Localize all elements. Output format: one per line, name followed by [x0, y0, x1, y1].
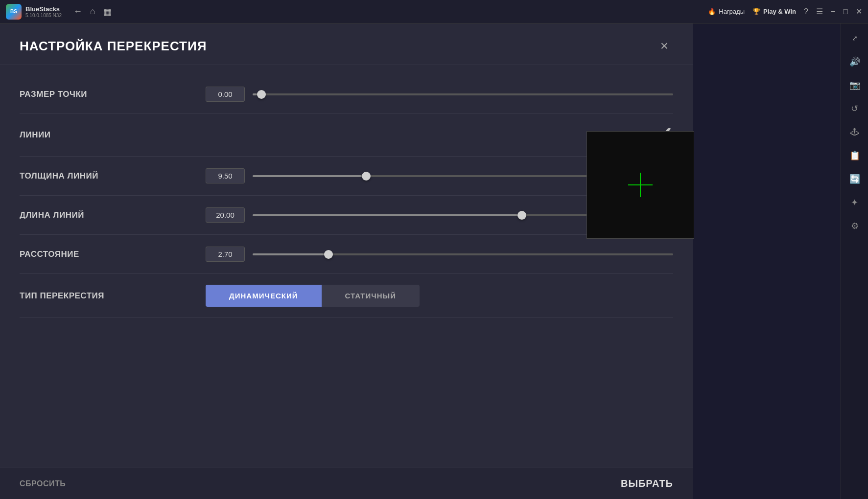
line-length-value: 20.00 [206, 207, 245, 223]
close-window-button[interactable]: ✕ [856, 7, 862, 16]
dialog-footer: СБРОСИТЬ ВЫБРАТЬ [0, 468, 693, 499]
fire-icon: 🔥 [708, 8, 716, 15]
crosshair-preview-panel [586, 131, 694, 239]
top-bar-center: 🔥 Награды 🏆 Play & Win ? ☰ [708, 7, 823, 16]
type-buttons: ДИНАМИЧЕСКИЙ СТАТИЧНЫЙ [206, 285, 420, 307]
app-name: BlueStacks [25, 5, 62, 13]
distance-value: 2.70 [206, 247, 245, 262]
sidebar-star-icon[interactable]: ✦ [844, 192, 866, 213]
line-length-label: ДЛИНА ЛИНИЙ [20, 210, 206, 220]
trophy-icon: 🏆 [752, 8, 760, 15]
distance-label: РАССТОЯНИЕ [20, 250, 206, 259]
line-thickness-row: ТОЛЩИНА ЛИНИЙ 9.50 [20, 157, 673, 196]
sidebar-clipboard-icon[interactable]: 📋 [844, 145, 866, 166]
select-button[interactable]: ВЫБРАТЬ [621, 478, 673, 489]
crosshair-type-label: ТИП ПЕРЕКРЕСТИЯ [20, 291, 206, 301]
dot-size-value: 0.00 [206, 87, 245, 102]
sidebar-rotate-icon[interactable]: ↺ [844, 98, 866, 119]
sidebar-settings-icon[interactable]: ⚙ [844, 215, 866, 237]
maximize-button[interactable]: □ [843, 7, 848, 16]
crosshair-vertical-line [640, 173, 641, 197]
distance-slider[interactable] [253, 253, 673, 255]
window-controls: − □ ✕ [831, 7, 862, 16]
dot-size-control: 0.00 [206, 87, 673, 102]
windows-icon[interactable]: ▦ [103, 6, 112, 17]
dialog-content: РАЗМЕР ТОЧКИ 0.00 ЛИНИИ ✓ ТОЛЩИНА ЛИ [0, 65, 693, 468]
dialog-header: НАСТРОЙКА ПЕРЕКРЕСТИЯ × [0, 23, 693, 65]
top-bar: BS BlueStacks 5.10.0.1085 N32 ← ⌂ ▦ 🔥 На… [0, 0, 868, 23]
bluestacks-logo: BS [6, 4, 22, 20]
rewards-button[interactable]: 🔥 Награды [708, 8, 745, 15]
dot-size-label: РАЗМЕР ТОЧКИ [20, 90, 206, 99]
back-icon[interactable]: ← [73, 6, 82, 17]
main-area: НАСТРОЙКА ПЕРЕКРЕСТИЯ × РАЗМЕР ТОЧКИ 0.0… [0, 23, 868, 499]
play-win-label: Play & Win [763, 8, 796, 15]
distance-control: 2.70 [206, 247, 673, 262]
dot-size-row: РАЗМЕР ТОЧКИ 0.00 [20, 75, 673, 114]
crosshair-type-control: ДИНАМИЧЕСКИЙ СТАТИЧНЫЙ [206, 285, 673, 307]
sidebar-gamepad-icon[interactable]: 🕹 [844, 121, 866, 143]
dialog-title: НАСТРОЙКА ПЕРЕКРЕСТИЯ [20, 39, 207, 54]
home-icon[interactable]: ⌂ [90, 6, 95, 17]
line-length-row: ДЛИНА ЛИНИЙ 20.00 [20, 196, 673, 235]
minimize-button[interactable]: − [831, 7, 835, 16]
top-bar-left: BS BlueStacks 5.10.0.1085 N32 ← ⌂ ▦ [6, 4, 708, 20]
right-sidebar: ⤢ 🔊 📷 ↺ 🕹 📋 🔄 ✦ ⚙ [841, 23, 868, 499]
rewards-label: Награды [719, 8, 745, 15]
crosshair-dialog: НАСТРОЙКА ПЕРЕКРЕСТИЯ × РАЗМЕР ТОЧКИ 0.0… [0, 23, 693, 499]
help-button[interactable]: ? [804, 7, 808, 16]
line-thickness-label: ТОЛЩИНА ЛИНИЙ [20, 171, 206, 181]
lines-row: ЛИНИИ ✓ [20, 114, 673, 157]
distance-row: РАССТОЯНИЕ 2.70 [20, 235, 673, 274]
line-thickness-value: 9.50 [206, 168, 245, 183]
static-type-button[interactable]: СТАТИЧНЫЙ [322, 285, 420, 307]
sidebar-expand-icon[interactable]: ⤢ [844, 27, 866, 49]
reset-button[interactable]: СБРОСИТЬ [20, 479, 66, 488]
sidebar-refresh-icon[interactable]: 🔄 [844, 168, 866, 190]
sidebar-camera-icon[interactable]: 📷 [844, 74, 866, 96]
dot-size-slider[interactable] [253, 93, 673, 95]
app-version: 5.10.0.1085 N32 [25, 13, 62, 18]
play-win-button[interactable]: 🏆 Play & Win [752, 8, 796, 15]
crosshair-type-row: ТИП ПЕРЕКРЕСТИЯ ДИНАМИЧЕСКИЙ СТАТИЧНЫЙ [20, 274, 673, 318]
sidebar-sound-icon[interactable]: 🔊 [844, 51, 866, 72]
crosshair-preview [633, 178, 648, 192]
dynamic-type-button[interactable]: ДИНАМИЧЕСКИЙ [206, 285, 322, 307]
dialog-close-button[interactable]: × [656, 37, 673, 55]
lines-label: ЛИНИИ [20, 130, 206, 140]
menu-button[interactable]: ☰ [816, 7, 823, 16]
nav-icons: ← ⌂ ▦ [73, 6, 112, 17]
